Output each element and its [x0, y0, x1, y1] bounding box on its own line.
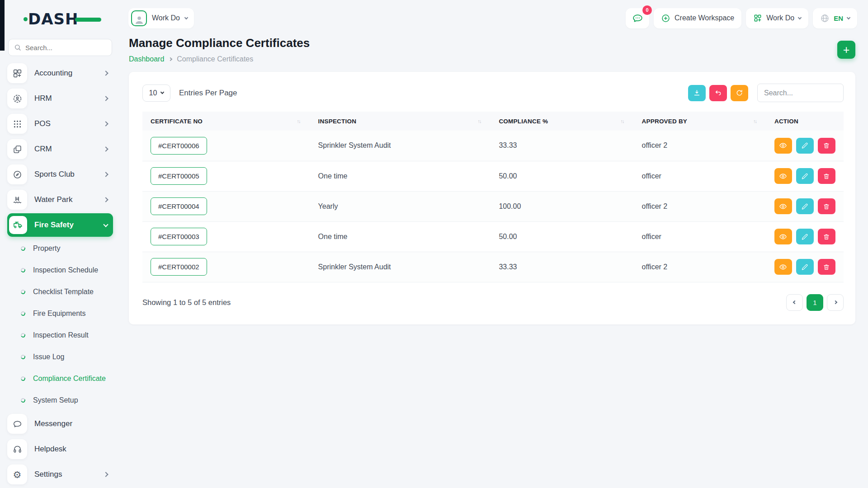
- chevron-down-icon: [847, 15, 850, 19]
- breadcrumb-dashboard-link[interactable]: Dashboard: [129, 55, 164, 63]
- page-title: Manage Compliance Certificates: [129, 36, 310, 50]
- compliance-cell: 33.33: [491, 131, 633, 161]
- chevron-down-icon: [798, 15, 802, 19]
- entries-per-page-label: Entries Per Page: [179, 89, 237, 98]
- showing-entries-text: Showing 1 to 5 of 5 entries: [142, 298, 231, 307]
- logo-accent-bar: [75, 18, 101, 22]
- edit-button[interactable]: [796, 168, 814, 184]
- view-button[interactable]: [774, 229, 792, 244]
- view-button[interactable]: [774, 138, 792, 154]
- create-workspace-button[interactable]: Create Workspace: [654, 8, 741, 28]
- sidebar-item-crm[interactable]: CRM: [7, 136, 113, 162]
- table-search-input[interactable]: [757, 84, 844, 102]
- sidebar-subitem[interactable]: Property: [7, 238, 113, 259]
- brand-logo[interactable]: DASH: [28, 11, 91, 27]
- chevron-right-icon: [103, 121, 108, 126]
- workspace-selector[interactable]: Work Do: [128, 8, 194, 28]
- view-button[interactable]: [774, 168, 792, 184]
- col-approved-by[interactable]: APPROVED BY↑↓: [634, 112, 766, 131]
- chevron-right-icon: [103, 146, 108, 151]
- inspection-cell: One time: [310, 161, 491, 191]
- logo-text: DASH: [28, 10, 78, 28]
- workspace-dropdown[interactable]: Work Do: [746, 8, 808, 28]
- bullet-ring-icon: [20, 354, 26, 360]
- fire-safety-submenu: Property Inspection Schedule Checklist T…: [7, 238, 113, 411]
- sidebar-subitem[interactable]: Fire Equipments: [7, 303, 113, 324]
- sidebar-item-fire-safety[interactable]: Fire Safety: [7, 213, 113, 237]
- sidebar-item-label: Settings: [34, 470, 97, 479]
- sidebar-item-settings[interactable]: ⚙ Settings: [7, 462, 113, 487]
- grid-plus-icon: [753, 14, 762, 23]
- delete-button[interactable]: [818, 229, 835, 244]
- workspace-selector-label: Work Do: [152, 14, 180, 22]
- export-download-button[interactable]: [688, 85, 706, 101]
- delete-button[interactable]: [818, 138, 835, 154]
- sidebar-item-label: Fire Safety: [34, 221, 97, 230]
- sidebar-item-messenger[interactable]: Messenger: [7, 411, 113, 436]
- sidebar-subitem[interactable]: Inspection Result: [7, 324, 113, 346]
- edit-button[interactable]: [796, 259, 814, 275]
- sidebar-subitem-label: System Setup: [33, 396, 78, 404]
- edit-button[interactable]: [796, 229, 814, 244]
- edit-button[interactable]: [796, 198, 814, 214]
- certificate-no-pill[interactable]: #CERT00005: [151, 167, 207, 185]
- pagination-next-button[interactable]: [827, 294, 844, 311]
- logo-accent-dot: [24, 17, 28, 21]
- entries-per-page-value: 10: [149, 89, 157, 97]
- breadcrumb-current: Compliance Certificates: [177, 55, 253, 63]
- sidebar-search-input[interactable]: [25, 44, 93, 52]
- sidebar-subitem[interactable]: Inspection Schedule: [7, 259, 113, 281]
- sort-icon: ↑↓: [621, 118, 624, 124]
- approved-by-cell: officer: [634, 221, 766, 252]
- col-compliance[interactable]: COMPLIANCE %↑↓: [491, 112, 633, 131]
- sidebar-item-label: POS: [34, 119, 97, 128]
- card-footer: Showing 1 to 5 of 5 entries 1: [142, 294, 844, 311]
- sidebar: DASH Accounting HRM POS CRM: [5, 0, 116, 488]
- sidebar-item-sports-club[interactable]: Sports Club: [7, 162, 113, 187]
- add-certificate-button[interactable]: +: [837, 41, 855, 59]
- pagination: 1: [786, 294, 844, 311]
- refresh-button[interactable]: [731, 85, 748, 101]
- pagination-prev-button[interactable]: [786, 294, 803, 311]
- approved-by-cell: officer 2: [634, 191, 766, 221]
- col-inspection[interactable]: INSPECTION↑↓: [310, 112, 491, 131]
- chat-bubble-icon: [632, 13, 643, 24]
- sidebar-search[interactable]: [8, 39, 112, 56]
- breadcrumb: Dashboard Compliance Certificates: [129, 55, 310, 63]
- pagination-page-1[interactable]: 1: [807, 294, 823, 311]
- sidebar-item-helpdesk[interactable]: Helpdesk: [7, 436, 113, 462]
- view-button[interactable]: [774, 259, 792, 275]
- sidebar-subitem[interactable]: System Setup: [7, 389, 113, 411]
- certificate-no-pill[interactable]: #CERT00004: [151, 197, 207, 215]
- page-header: Manage Compliance Certificates Dashboard…: [116, 30, 868, 63]
- view-button[interactable]: [774, 198, 792, 214]
- delete-button[interactable]: [818, 168, 835, 184]
- edit-button[interactable]: [796, 138, 814, 154]
- certificate-no-pill[interactable]: #CERT00006: [151, 137, 207, 155]
- sidebar-subitem[interactable]: Issue Log: [7, 346, 113, 368]
- chevron-right-icon: [103, 96, 108, 101]
- language-label: EN: [834, 14, 843, 22]
- delete-button[interactable]: [818, 198, 835, 214]
- language-selector[interactable]: EN: [813, 8, 857, 28]
- sidebar-subitem-label: Inspection Schedule: [33, 266, 98, 274]
- messages-button[interactable]: 0: [626, 8, 649, 28]
- col-certificate-no[interactable]: CERTIFICATE NO↑↓: [142, 112, 310, 131]
- certificate-no-pill[interactable]: #CERT00002: [151, 258, 207, 276]
- sidebar-item-label: CRM: [34, 145, 97, 154]
- create-workspace-label: Create Workspace: [675, 14, 734, 22]
- sidebar-subitem[interactable]: Checklist Template: [7, 281, 113, 303]
- fire-truck-icon: [9, 216, 27, 234]
- sidebar-item-water-park[interactable]: Water Park: [7, 187, 113, 212]
- entries-per-page-select[interactable]: 10: [142, 84, 170, 102]
- sidebar-item-accounting[interactable]: Accounting: [7, 61, 113, 86]
- undo-button[interactable]: [709, 85, 727, 101]
- delete-button[interactable]: [818, 259, 835, 275]
- chevron-down-icon: [160, 90, 164, 94]
- sidebar-item-hrm[interactable]: HRM: [7, 86, 113, 111]
- sidebar-subitem[interactable]: Compliance Certificate: [7, 368, 113, 389]
- sort-icon: ↑↓: [753, 118, 756, 124]
- sidebar-item-pos[interactable]: POS: [7, 111, 113, 136]
- sidebar-item-label: Messenger: [34, 419, 108, 428]
- certificate-no-pill[interactable]: #CERT00003: [151, 228, 207, 245]
